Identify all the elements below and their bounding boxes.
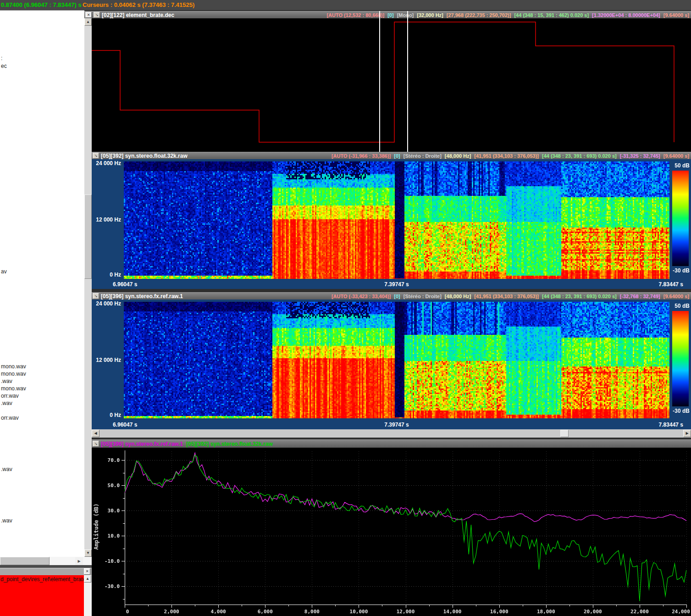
log-window-titlebar[interactable] (0, 568, 92, 576)
freq-axis-label: 12 000 Hz (92, 357, 121, 363)
cursors-readout: Curseurs : 0.04062 s (7.37463 : 7.41525) (83, 1, 194, 8)
status-segment: [48,000 Hz] (445, 153, 471, 159)
app-window: 0.87400 (6.96047 : 7.83447) s Curseurs :… (0, 0, 691, 616)
status-segment: [AUTO (-33,423 : 33,404)] (332, 294, 391, 299)
panel-resize-icon[interactable]: ↘ (94, 12, 100, 18)
spectrogram-panel: 24 000 Hz 12 000 Hz 0 Hz 50 dB -30 dB 6.… (92, 159, 691, 289)
panel-resize-icon[interactable]: ↘ (93, 293, 99, 299)
freq-axis-label: 24 000 Hz (92, 160, 121, 166)
colorbar (672, 171, 689, 266)
status-segment: [27,968 (222,735 : 250,702)] (447, 12, 511, 18)
time-axis-mid: 7.39747 s (124, 281, 669, 288)
panel3-title: [05][396] syn.stereo.fx.ref.raw.1 (101, 293, 183, 300)
scroll-right-icon[interactable]: ▶ (75, 557, 83, 565)
status-segment: [41,951 (334,103 : 376,053)] (474, 294, 539, 299)
status-segment: [9.64000 s] (663, 12, 689, 18)
colorbar-max-label: 50 dB (668, 162, 690, 169)
cursor-line[interactable] (379, 11, 380, 152)
panel2-title: [05][392] syn.stereo.float.32k.raw (101, 153, 188, 159)
status-segment: [AUTO (12,532 : 80,668)] (326, 12, 384, 18)
bitrate-plot[interactable] (92, 18, 691, 152)
scroll-left-icon[interactable]: ◀ (92, 430, 100, 437)
status-segment: [Stéréo : Droite] (404, 294, 442, 299)
panel1-title: [02][122] element_brate.dec (102, 12, 174, 18)
panel2-titlebar[interactable]: ↘ [05][392] syn.stereo.float.32k.raw [AU… (92, 152, 691, 159)
status-bar: 0.87400 (6.96047 : 7.83447) s Curseurs :… (0, 0, 691, 11)
status-segment: [48,000 Hz] (445, 294, 471, 299)
bitrate-step-line (92, 18, 691, 152)
freq-axis-label: 0 Hz (92, 412, 121, 418)
file-list-item[interactable]: orr.wav (1, 393, 19, 399)
panel3-titlebar[interactable]: ↘ [05][396] syn.stereo.fx.ref.raw.1 [AUT… (92, 292, 691, 300)
status-segment: [9.64000 s] (663, 153, 689, 159)
status-segment: [AUTO (-31,966 : 33,386)] (332, 153, 391, 159)
file-list-item[interactable]: mono.wav (1, 363, 26, 370)
status-segment: [Stéréo : Droite] (404, 153, 442, 159)
status-segment: [-32,768 : 32,749] (620, 294, 660, 299)
file-list-item[interactable]: .wav (1, 400, 12, 406)
status-segment: [0] (394, 153, 400, 159)
file-list-item[interactable]: mono.wav (1, 385, 26, 392)
freq-axis-label: 24 000 Hz (92, 300, 121, 307)
status-segment: [0] (387, 12, 393, 18)
status-segment: [9.64000 s] (663, 294, 689, 299)
log-file-path: d_point_dev\res_ref\element_brate.de (0, 576, 84, 583)
main-hscrollbar[interactable] (92, 429, 691, 438)
selection-duration-readout: 0.87400 (6.96047 : 7.83447) s (1, 1, 82, 8)
colorbar-min-label: -30 dB (668, 267, 690, 274)
y-axis-title: Amplitude (dB) (93, 497, 100, 556)
panel1-status-segments: [AUTO (12,532 : 80,668)][0][Mono][32,000… (326, 12, 689, 18)
file-list-item[interactable]: mono.wav (1, 371, 26, 377)
status-segment: [41,951 (334,103 : 376,053)] (474, 153, 539, 159)
freq-axis-label: 0 Hz (92, 272, 121, 278)
status-segment: [44 (348 : 23, 391 : 693) 0.020 s] (542, 294, 617, 299)
scroll-up-icon[interactable]: ▲ (84, 575, 91, 583)
time-axis-end: 7.83447 s (659, 281, 683, 288)
time-axis-end: 7.83447 s (659, 422, 683, 428)
close-icon[interactable]: ✕ (84, 568, 90, 575)
spectrum-legend: [05][396] syn.stereo.fx.ref.raw.1[05][39… (101, 441, 273, 447)
status-segment: [05][396] syn.stereo.fx.ref.raw.1 (101, 441, 183, 447)
status-segment: [44 (348 : 15, 391 : 462) 0.020 s] (514, 12, 589, 18)
log-window-content: d_point_dev\res_ref\element_brate.de (0, 575, 84, 616)
file-list-item[interactable]: .wav (1, 517, 12, 524)
spectrum-canvas[interactable] (92, 448, 691, 616)
status-segment: [0] (394, 294, 400, 299)
file-list-item[interactable]: av (1, 268, 7, 275)
scroll-right-icon[interactable]: ▶ (683, 430, 691, 437)
scroll-down-icon[interactable]: ▼ (84, 549, 92, 557)
colorbar-min-label: -30 dB (668, 408, 690, 414)
status-segment: [05][392] syn.stereo.float.32k.raw (186, 441, 273, 447)
file-list-item[interactable]: ec (1, 63, 7, 69)
status-segment: [-31,325 : 32,745] (620, 153, 660, 159)
panel1-titlebar[interactable]: ✕ ↘ [02][122] element_brate.dec [AUTO (1… (84, 11, 691, 18)
spectrum-plot[interactable] (92, 448, 691, 616)
status-segment: [32,000 Hz] (417, 12, 443, 18)
colorbar (672, 311, 689, 406)
panel-resize-icon[interactable]: ↘ (93, 441, 99, 447)
status-segment: [Mono] (397, 12, 414, 18)
vscroll-thumb[interactable] (84, 194, 92, 279)
panel-resize-icon[interactable]: ↘ (93, 153, 99, 159)
file-list[interactable]: : ec av mono.wav mono.wav .wav mono.wav … (0, 10, 84, 557)
file-list-vscrollbar[interactable] (84, 18, 92, 557)
panel-gap (92, 289, 691, 292)
file-list-item[interactable]: orr.wav (1, 415, 19, 421)
time-axis-mid: 7.39747 s (124, 422, 669, 428)
file-list-item[interactable]: .wav (1, 466, 12, 472)
spectrogram-canvas[interactable] (124, 302, 669, 418)
panel2-status-segments: [AUTO (-31,966 : 33,386)][0][Stéréo : Dr… (332, 153, 689, 159)
hscroll-thumb[interactable] (0, 557, 50, 565)
close-icon[interactable]: ✕ (85, 12, 92, 18)
panel3-status-segments: [AUTO (-33,423 : 33,404)][0][Stéréo : Dr… (332, 294, 689, 299)
spectrogram-panel: 24 000 Hz 12 000 Hz 0 Hz 50 dB -30 dB 6.… (92, 300, 691, 429)
file-list-item[interactable]: : (1, 55, 2, 61)
spectrum-titlebar[interactable]: ↘ [05][396] syn.stereo.fx.ref.raw.1[05][… (92, 439, 691, 448)
cursor-line[interactable] (407, 11, 408, 152)
spectrogram-canvas[interactable] (124, 161, 669, 279)
status-segment: [44 (348 : 23, 391 : 693) 0.020 s] (542, 153, 617, 159)
file-list-item[interactable]: .wav (1, 378, 12, 384)
scroll-up-icon[interactable]: ▲ (84, 18, 92, 26)
status-segment: [1.32000E+04 : 8.00000E+04] (592, 12, 660, 18)
hscroll-thumb[interactable] (560, 430, 569, 437)
